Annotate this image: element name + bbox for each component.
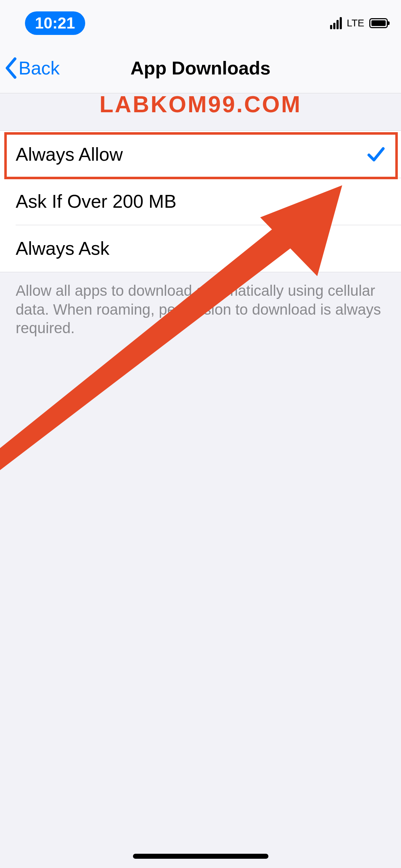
back-label: Back bbox=[19, 57, 60, 79]
page-title: App Downloads bbox=[0, 57, 401, 79]
network-label: LTE bbox=[347, 17, 364, 29]
status-bar: 10:21 LTE bbox=[0, 0, 401, 43]
options-list: Always Allow Ask If Over 200 MB Always A… bbox=[0, 130, 401, 272]
battery-icon bbox=[369, 18, 388, 28]
option-label: Ask If Over 200 MB bbox=[16, 191, 176, 212]
checkmark-icon bbox=[367, 145, 385, 164]
cellular-signal-icon bbox=[330, 17, 342, 29]
option-always-allow[interactable]: Always Allow bbox=[0, 131, 401, 178]
option-label: Always Allow bbox=[16, 144, 123, 165]
option-ask-if-over[interactable]: Ask If Over 200 MB bbox=[0, 178, 401, 225]
nav-bar: Back App Downloads bbox=[0, 43, 401, 93]
section-footer-text: Allow all apps to download automatically… bbox=[0, 272, 401, 347]
status-time: 10:21 bbox=[35, 14, 75, 32]
status-right: LTE bbox=[330, 17, 388, 29]
watermark-text: LABKOM99.COM bbox=[0, 91, 401, 118]
home-indicator bbox=[133, 854, 268, 859]
chevron-left-icon bbox=[5, 57, 18, 79]
option-label: Always Ask bbox=[16, 238, 109, 259]
back-button[interactable]: Back bbox=[0, 57, 60, 79]
option-always-ask[interactable]: Always Ask bbox=[0, 225, 401, 272]
status-time-pill: 10:21 bbox=[25, 11, 85, 35]
